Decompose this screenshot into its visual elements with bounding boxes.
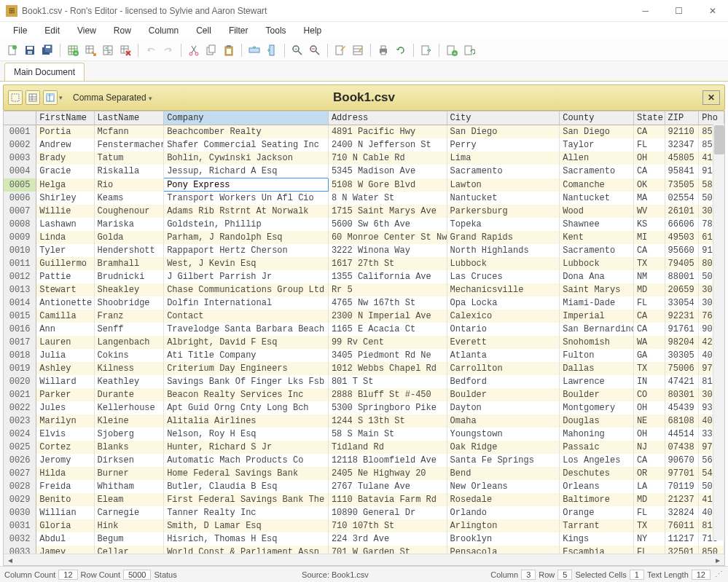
cell[interactable]: Jules (36, 401, 94, 414)
cell[interactable]: NJ (633, 441, 665, 454)
cell[interactable]: Nelson, Roy H Esq (164, 428, 329, 441)
cell[interactable]: 8 N Water St (328, 192, 447, 205)
cell[interactable]: 850 (699, 546, 724, 554)
sheet-refresh-icon[interactable] (461, 42, 477, 58)
cell[interactable]: Begum (94, 532, 164, 546)
column-insert-icon[interactable] (264, 42, 280, 58)
table-row[interactable]: 0018JuliaCokinsAti Title Company3405 Pie… (4, 349, 724, 362)
row-number[interactable]: 0030 (4, 506, 36, 519)
cell[interactable]: Cortez (36, 441, 94, 454)
cell[interactable]: 45439 (665, 401, 699, 414)
cell[interactable]: 92110 (665, 125, 699, 139)
cell[interactable]: Lashawn (36, 218, 94, 231)
row-number[interactable]: 0015 (4, 310, 36, 323)
cell[interactable]: Andrew (36, 138, 94, 152)
cell[interactable]: Brooklyn (447, 532, 560, 546)
grid-swap-icon[interactable] (100, 42, 116, 58)
cell[interactable]: Orlando (447, 506, 560, 519)
row-number[interactable]: 0013 (4, 283, 36, 296)
table-row[interactable]: 0002AndrewFenstermacherShafer Commercial… (4, 138, 724, 152)
cell[interactable]: Elvis (36, 428, 94, 441)
table-row[interactable]: 0008LashawnMariskaGoldstein, Phillip5600… (4, 218, 724, 231)
cell[interactable]: Ashley (36, 362, 94, 375)
cell[interactable]: Las Cruces (447, 270, 560, 283)
cell[interactable]: Willian (36, 506, 94, 519)
cell[interactable]: Marilyn (36, 414, 94, 428)
cell[interactable]: Baltimore (560, 493, 634, 506)
cell[interactable]: 2767 Tulane Ave (328, 480, 447, 493)
cell[interactable]: Shawnee (560, 218, 634, 231)
cell[interactable]: Calexico (447, 310, 560, 323)
cell[interactable]: MA (633, 192, 665, 205)
cell[interactable]: Dirksen (94, 454, 164, 467)
cell[interactable]: 12118 Bloomfield Ave (328, 454, 447, 467)
cell[interactable]: Chase Communications Group Ltd (164, 283, 329, 296)
cell[interactable]: Dolfin International (164, 296, 329, 310)
cell[interactable]: Parker (36, 388, 94, 401)
table-row[interactable]: 0030WillianCarnegieTanner Realty Inc1089… (4, 506, 724, 519)
table-row[interactable]: 0017LaurenLangenbachAlbright, David F Es… (4, 336, 724, 349)
row-number[interactable]: 0022 (4, 401, 36, 414)
cell[interactable]: Saint Marys (560, 283, 634, 296)
minimize-button[interactable]: ─ (636, 3, 654, 19)
table-view-icon[interactable] (43, 90, 58, 105)
refresh-icon[interactable] (393, 42, 409, 58)
cell[interactable]: Freida (36, 480, 94, 493)
menu-view[interactable]: View (70, 23, 103, 39)
cell[interactable]: Smith, D Lamar Esq (164, 519, 329, 532)
cell[interactable]: Abdul (36, 532, 94, 546)
menu-edit[interactable]: Edit (37, 23, 67, 39)
cell[interactable]: 45805 (665, 152, 699, 165)
cell[interactable]: CA (633, 165, 665, 178)
row-number[interactable]: 0012 (4, 270, 36, 283)
cell[interactable]: Rr 5 (328, 283, 447, 296)
save-icon[interactable] (22, 42, 38, 58)
menu-filter[interactable]: Filter (222, 23, 256, 39)
cell[interactable]: 1715 Saint Marys Ave (328, 205, 447, 218)
cell[interactable]: 21237 (665, 493, 699, 506)
table-row[interactable]: 0029BenitoEleamFirst Federal Savings Ban… (4, 493, 724, 506)
edit-pencil-icon[interactable] (332, 42, 348, 58)
table-row[interactable]: 0013StewartSheakleyChase Communications … (4, 283, 724, 296)
cell[interactable]: 2300 N Imperial Ave (328, 310, 447, 323)
cell[interactable]: 02554 (665, 192, 699, 205)
cell[interactable]: Alitalia Airlines (164, 414, 329, 428)
cell[interactable]: Kings (560, 532, 634, 546)
table-row[interactable]: 0007WillieCoughenourAdams Rib Rstrnt At … (4, 205, 724, 218)
cell[interactable]: San Diego (560, 125, 634, 139)
cell[interactable]: Gracie (36, 165, 94, 178)
cell[interactable]: Riskalla (94, 165, 164, 178)
cell[interactable]: San Diego (447, 125, 560, 139)
cell[interactable]: Brudnicki (94, 270, 164, 283)
cell[interactable]: 1244 S 13th St (328, 414, 447, 428)
sheet-right-icon[interactable] (418, 42, 434, 58)
cell[interactable]: OH (633, 152, 665, 165)
cell[interactable]: CA (633, 454, 665, 467)
cell[interactable]: Taylor (560, 138, 634, 152)
cell[interactable]: Orleans (560, 480, 634, 493)
cell[interactable]: KS (633, 218, 665, 231)
cell[interactable]: Blanks (94, 441, 164, 454)
cell[interactable]: Cokins (94, 349, 164, 362)
cell[interactable]: Mahoning (560, 428, 634, 441)
row-number[interactable]: 0010 (4, 244, 36, 257)
tab-main-document[interactable]: Main Document (4, 63, 85, 81)
cell[interactable]: Coughenour (94, 205, 164, 218)
cell[interactable]: Franz (94, 310, 164, 323)
cell[interactable]: Cellar (94, 546, 164, 554)
cell[interactable]: Lubbock (447, 257, 560, 270)
cell[interactable]: Langenbach (94, 336, 164, 349)
cell[interactable]: Stewart (36, 283, 94, 296)
cell[interactable]: Carrollton (447, 362, 560, 375)
table-row[interactable]: 0022JulesKellerhouseApt Guid Orng Cnty L… (4, 401, 724, 414)
cell[interactable]: 1110 Batavia Farm Rd (328, 493, 447, 506)
cell[interactable]: 11217 (665, 532, 699, 546)
cell[interactable]: 60 Monroe Center St Nw (328, 231, 447, 244)
column-header-city[interactable]: City (447, 111, 560, 125)
cell[interactable]: Nantucket (560, 192, 634, 205)
cell[interactable]: Escambia (560, 546, 634, 554)
table-row[interactable]: 0003BradyTatumBohlin, Cywinski Jackson71… (4, 152, 724, 165)
cell[interactable]: Shoobridge (94, 296, 164, 310)
cell[interactable]: 1355 California Ave (328, 270, 447, 283)
cell[interactable]: Fulton (560, 349, 634, 362)
